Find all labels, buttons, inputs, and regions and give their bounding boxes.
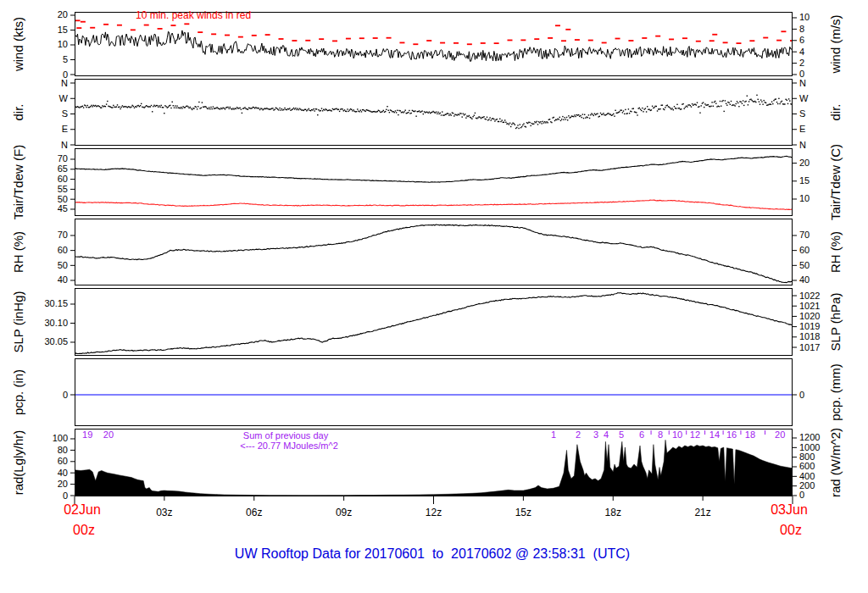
wind-direction-dot (590, 114, 591, 115)
wind-direction-dot (764, 100, 765, 101)
wind-direction-dot (395, 110, 396, 111)
rad-hour-marker: 3 (593, 430, 598, 440)
wind-direction-dot (704, 103, 705, 104)
wind-direction-dot (771, 102, 772, 103)
wind-direction-dot (227, 107, 228, 108)
wind-direction-dot (242, 113, 242, 114)
wind-direction-dot (292, 109, 292, 110)
wind-direction-dot (574, 114, 575, 115)
wind-direction-dot (613, 114, 614, 114)
wind-direction-dot (648, 109, 648, 110)
wind-direction-dot (721, 101, 722, 102)
wind-direction-dot (709, 106, 709, 107)
wind-panel-frame (75, 13, 793, 76)
wind-direction-dot (271, 108, 272, 108)
wind-direction-dot (296, 109, 297, 110)
wind-direction-dot (520, 127, 521, 128)
wind-direction-dot (676, 108, 676, 108)
rad-ytick-label-left: 60 (58, 456, 68, 466)
sea-level-pressure-series (75, 293, 793, 354)
wind-direction-dot (221, 108, 222, 109)
wind-direction-dot (735, 105, 736, 106)
temp-ytick-label-left: 60 (58, 174, 68, 184)
wind-direction-dot (453, 113, 453, 114)
wind-direction-dot (448, 115, 449, 116)
wind-direction-dot (608, 113, 609, 114)
wind-direction-dot (784, 103, 785, 104)
wind-direction-dot (487, 117, 487, 118)
wind-direction-dot (226, 107, 227, 108)
wind-direction-dot (258, 108, 259, 108)
wind-direction-dot (659, 108, 659, 109)
wind-direction-dot (342, 108, 342, 109)
wind-direction-dot (380, 112, 381, 113)
wind-direction-dot (209, 107, 209, 108)
wind-direction-dot (544, 121, 545, 122)
wind-direction-dot (521, 126, 522, 127)
meteogram-plot: 051015200246810wind (kts)wind (m/s)NESWN… (0, 0, 868, 593)
wind-direction-dot (589, 118, 590, 119)
wind-direction-dot (498, 121, 499, 122)
wind-direction-dot (559, 117, 560, 118)
wind-direction-dot (426, 112, 427, 113)
wind-direction-dot (469, 115, 470, 116)
wind-direction-dot (167, 107, 168, 108)
dir-ytick-label-left: N (61, 140, 68, 150)
meteogram-figure: 051015200246810wind (kts)wind (m/s)NESWN… (0, 0, 868, 593)
wind-direction-dot (687, 104, 688, 105)
wind-direction-dot (781, 102, 782, 103)
wind-direction-dot (287, 108, 288, 109)
wind-direction-dot (745, 101, 746, 102)
wind-direction-dot (431, 112, 432, 113)
rad-ytick-label-right: 200 (799, 480, 815, 490)
wind-direction-dot (657, 110, 658, 111)
wind-direction-dot (92, 106, 93, 107)
wind-direction-dot (270, 108, 271, 109)
wind-direction-dot (94, 106, 95, 107)
wind-direction-dot (190, 107, 191, 108)
wind-direction-dot (377, 111, 378, 112)
wind-direction-dot (116, 106, 117, 107)
wind-direction-dot (494, 120, 495, 121)
wind-direction-dot (318, 109, 319, 110)
wind-direction-dot (405, 110, 406, 111)
wind-direction-dot (378, 110, 379, 111)
wind-direction-dot (788, 98, 789, 99)
wind-direction-dot (400, 110, 401, 111)
wind-direction-dot (778, 98, 779, 99)
wind-direction-dot (756, 95, 757, 96)
wind-direction-dot (123, 107, 124, 108)
wind-direction-dot (632, 108, 632, 109)
wind-direction-dot (680, 108, 681, 109)
wind-direction-dot (321, 108, 322, 108)
wind-direction-dot (492, 119, 492, 119)
wind-direction-dot (415, 110, 415, 111)
wind-direction-dot (704, 107, 704, 108)
wind-direction-dot (674, 106, 675, 107)
wind-direction-dot (545, 122, 546, 123)
wind-direction-dot (485, 119, 486, 119)
rad-ytick-label-left: 0 (63, 490, 68, 501)
wind-direction-dot (89, 107, 90, 108)
wind-direction-dot (697, 103, 698, 103)
wind-direction-dot (436, 112, 437, 113)
wind-direction-dot (738, 106, 739, 107)
wind-direction-dot (425, 112, 426, 113)
wind-direction-dot (777, 103, 778, 104)
wind-direction-dot (627, 113, 628, 114)
dir-ytick-label-left: N (61, 78, 68, 88)
rad-hour-marker: 8 (658, 430, 663, 440)
wind-direction-dot (457, 114, 458, 115)
wind-direction-dot (664, 109, 665, 110)
wind-direction-dot (588, 114, 589, 115)
wind-direction-dot (648, 109, 649, 110)
wind-direction-dot (601, 114, 602, 115)
wind-direction-dot (593, 115, 594, 116)
wind-direction-dot (779, 103, 780, 104)
pcp-panel-frame (75, 359, 793, 426)
wind-direction-dot (403, 111, 404, 112)
wind-direction-dot (361, 111, 362, 112)
wind-direction-dot (448, 114, 448, 114)
rad-hour-marker: 4 (604, 430, 609, 440)
wind-direction-dot (323, 109, 324, 110)
